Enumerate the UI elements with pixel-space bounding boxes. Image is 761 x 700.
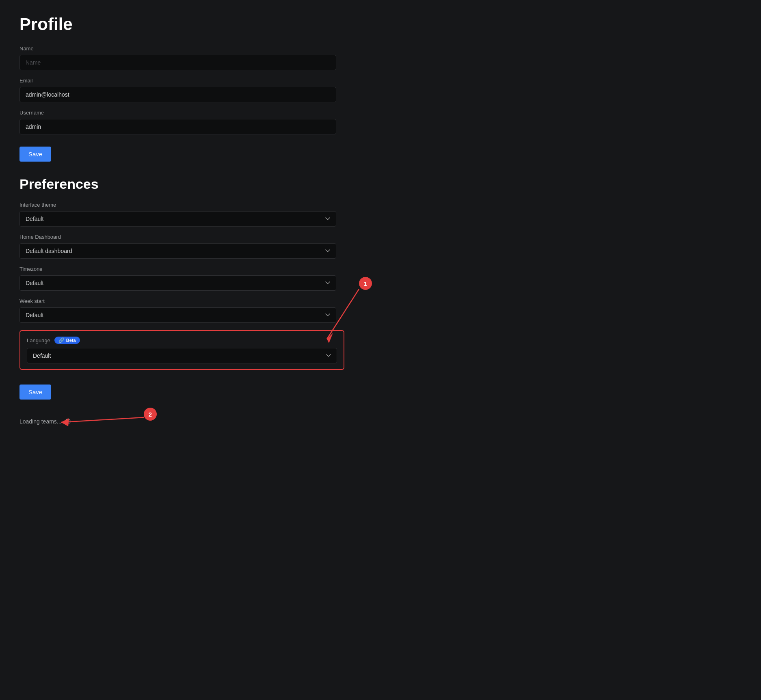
preferences-save-button[interactable]: Save: [19, 385, 51, 400]
beta-badge: 🔗 Beta: [54, 337, 80, 344]
profile-save-button[interactable]: Save: [19, 147, 51, 162]
annotation-circle-1: [359, 277, 372, 290]
preferences-title: Preferences: [19, 176, 322, 192]
username-field-group: Username: [19, 110, 322, 134]
home-dashboard-select[interactable]: Default dashboard: [19, 243, 336, 259]
language-label: Language: [27, 337, 50, 344]
page-title: Profile: [19, 15, 322, 34]
interface-theme-group: Interface theme Default Dark Light: [19, 202, 322, 227]
username-input[interactable]: [19, 119, 336, 134]
loading-text-label: Loading teams...: [19, 418, 62, 425]
timezone-label: Timezone: [19, 266, 322, 272]
week-start-label: Week start: [19, 298, 322, 304]
week-start-select[interactable]: Default Monday Sunday: [19, 307, 336, 323]
language-section-box: Language 🔗 Beta Default English: [19, 330, 344, 370]
loading-teams-text: Loading teams...: [19, 418, 322, 425]
language-select[interactable]: Default English: [27, 348, 337, 363]
email-input[interactable]: [19, 87, 336, 102]
timezone-select[interactable]: Default: [19, 275, 336, 291]
home-dashboard-label: Home Dashboard: [19, 234, 322, 240]
week-start-group: Week start Default Monday Sunday: [19, 298, 322, 323]
interface-theme-select[interactable]: Default Dark Light: [19, 211, 336, 227]
home-dashboard-group: Home Dashboard Default dashboard: [19, 234, 322, 259]
name-label: Name: [19, 45, 322, 52]
interface-theme-label: Interface theme: [19, 202, 322, 208]
loading-spinner: [65, 419, 71, 424]
name-field-group: Name: [19, 45, 322, 70]
beta-badge-label: Beta: [66, 338, 76, 343]
username-label: Username: [19, 110, 322, 116]
name-input[interactable]: [19, 55, 336, 70]
annotation-circle-1-label: 1: [364, 280, 367, 287]
timezone-group: Timezone Default: [19, 266, 322, 291]
language-label-row: Language 🔗 Beta: [27, 337, 337, 344]
email-field-group: Email: [19, 78, 322, 102]
beta-icon: 🔗: [58, 337, 65, 343]
email-label: Email: [19, 78, 322, 84]
